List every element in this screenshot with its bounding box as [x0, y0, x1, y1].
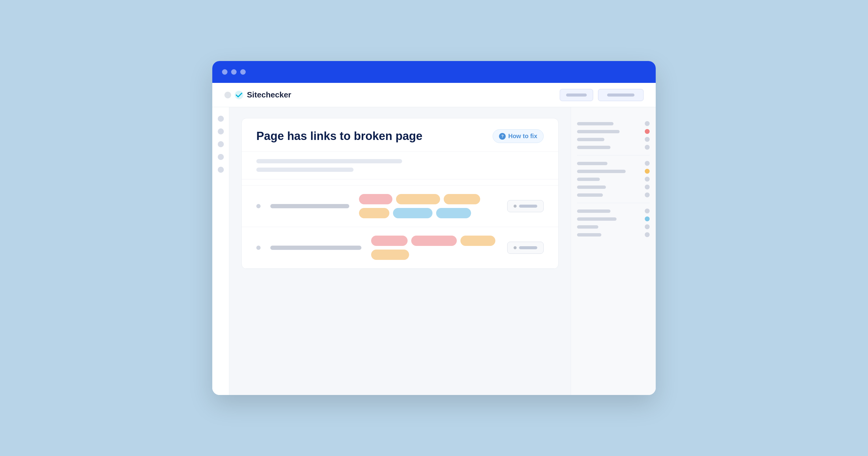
right-dot-2-3: [645, 177, 650, 182]
right-dot-1-1: [645, 121, 650, 126]
card-header: Page has links to broken page ? How to f…: [242, 119, 558, 152]
tag-peach-1: [396, 194, 440, 204]
right-bar-1-2: [577, 130, 620, 133]
tag-blue-1: [393, 208, 432, 218]
right-col-3-2: [577, 217, 642, 221]
card-title: Page has links to broken page: [256, 130, 485, 143]
right-col-2-5: [577, 193, 642, 197]
right-dot-3-1: [645, 208, 650, 214]
row-indicator-1: [256, 204, 260, 208]
right-row-2-4: [577, 185, 650, 190]
row-action-btn-2[interactable]: [507, 242, 544, 254]
right-bar-2-3: [577, 177, 600, 181]
right-bar-3-4: [577, 233, 601, 236]
desc-bar-2: [256, 168, 353, 172]
right-col-1-2: [577, 130, 642, 133]
row-tags-2: [371, 236, 497, 260]
table-row-1: [242, 186, 558, 227]
desc-bar-1: [256, 159, 402, 163]
table-row-2: [242, 227, 558, 269]
right-dot-2-2: [645, 169, 650, 174]
spacer-row: [242, 180, 558, 186]
tag-pink-1: [359, 194, 393, 204]
right-col-2-2: [577, 170, 642, 173]
right-section-2: [577, 156, 650, 203]
right-row-3-4: [577, 232, 650, 237]
traffic-light-minimize[interactable]: [231, 69, 237, 75]
right-bar-1-3: [577, 138, 604, 141]
action-btn-bar-1: [519, 205, 537, 208]
right-section-3: [577, 203, 650, 242]
how-to-fix-button[interactable]: ? How to fix: [493, 129, 544, 143]
right-dot-1-3: [645, 137, 650, 142]
right-col-3-4: [577, 233, 642, 236]
browser-content: Page has links to broken page ? How to f…: [212, 107, 656, 395]
right-dot-3-3: [645, 224, 650, 229]
right-row-3-2: [577, 217, 650, 221]
right-col-3-1: [577, 209, 642, 213]
row-url-bar-1: [270, 204, 349, 208]
right-bar-2-2: [577, 170, 626, 173]
right-dot-3-2: [645, 217, 650, 221]
row-action-btn-1[interactable]: [507, 200, 544, 212]
main-card: Page has links to broken page ? How to f…: [242, 118, 559, 269]
right-row-3-1: [577, 208, 650, 214]
tag-peach-4: [460, 236, 495, 246]
right-dot-2-1: [645, 161, 650, 166]
nav-button-2[interactable]: [598, 89, 644, 101]
right-row-2-5: [577, 193, 650, 197]
row-indicator-2: [256, 246, 260, 250]
right-row-2-2: [577, 169, 650, 174]
right-bar-2-4: [577, 186, 606, 189]
sidebar-dot-5[interactable]: [218, 167, 224, 173]
right-row-2-1: [577, 161, 650, 166]
right-bar-1-4: [577, 146, 611, 149]
nav-button-1[interactable]: [560, 89, 593, 101]
logo-circle: [224, 92, 231, 98]
browser-window: Sitechecker: [212, 61, 656, 395]
how-to-fix-label: How to fix: [508, 133, 537, 140]
right-section-1: [577, 116, 650, 156]
sidebar-dot-3[interactable]: [218, 141, 224, 147]
nav-btn-bar-2: [607, 94, 634, 97]
right-row-2-3: [577, 177, 650, 182]
action-btn-dot-2: [514, 246, 517, 249]
right-col-1-3: [577, 138, 642, 141]
right-bar-3-2: [577, 217, 617, 221]
right-col-2-3: [577, 177, 642, 181]
right-bar-1-1: [577, 122, 614, 125]
browser-inner: Sitechecker: [212, 83, 656, 395]
tag-pink-3: [411, 236, 457, 246]
traffic-lights: [222, 69, 246, 75]
right-dot-3-4: [645, 232, 650, 237]
logo-icon: [234, 90, 244, 100]
right-row-1-2: [577, 129, 650, 134]
tag-peach-3: [359, 208, 390, 218]
tag-blue-2: [436, 208, 471, 218]
right-bar-3-1: [577, 209, 611, 213]
sidebar-dot-4[interactable]: [218, 154, 224, 160]
right-col-2-4: [577, 186, 642, 189]
logo-area: Sitechecker: [224, 90, 555, 100]
sidebar-dot-2[interactable]: [218, 128, 224, 134]
right-row-1-3: [577, 137, 650, 142]
traffic-light-close[interactable]: [222, 69, 227, 75]
main-area: Page has links to broken page ? How to f…: [229, 107, 656, 395]
row-tags-1: [359, 194, 497, 218]
content-panel: Page has links to broken page ? How to f…: [229, 107, 571, 395]
right-col-1-1: [577, 122, 642, 125]
right-dot-2-4: [645, 185, 650, 190]
right-row-1-4: [577, 145, 650, 150]
traffic-light-maximize[interactable]: [240, 69, 246, 75]
navbar: Sitechecker: [212, 83, 656, 107]
tag-pink-2: [371, 236, 408, 246]
sidebar-dot-1[interactable]: [218, 116, 224, 122]
row-url-bar-2: [270, 246, 362, 250]
right-dot-2-5: [645, 193, 650, 197]
right-bar-2-5: [577, 193, 603, 197]
right-dot-1-4: [645, 145, 650, 150]
right-col-3-3: [577, 225, 642, 229]
action-btn-dot-1: [514, 205, 517, 208]
nav-btn-bar-1: [566, 94, 587, 97]
question-icon: ?: [499, 133, 506, 140]
